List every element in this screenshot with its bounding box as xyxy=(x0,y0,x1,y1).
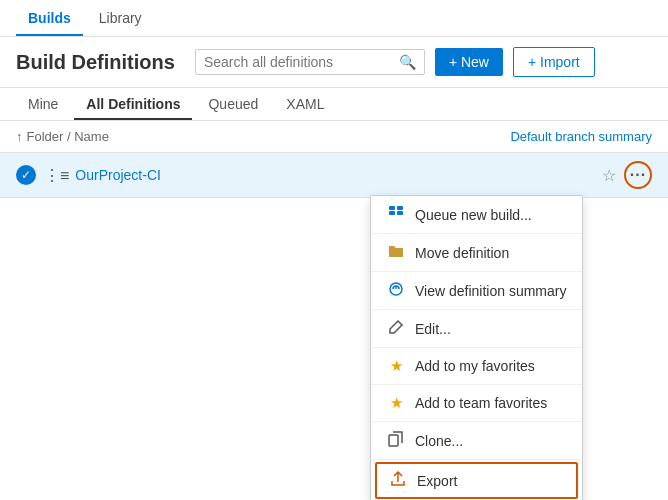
sort-icon: ↑ xyxy=(16,129,23,144)
menu-item-export-label: Export xyxy=(417,473,457,489)
tab-all-definitions[interactable]: All Definitions xyxy=(74,88,192,120)
header-row: Build Definitions 🔍 + New + Import xyxy=(0,37,668,88)
svg-rect-1 xyxy=(397,206,403,210)
context-menu: Queue new build... Move definition View … xyxy=(370,195,583,500)
svg-rect-6 xyxy=(389,435,398,446)
menu-item-edit[interactable]: Edit... xyxy=(371,310,582,348)
top-tabs: Builds Library xyxy=(0,0,668,37)
menu-item-queue-build[interactable]: Queue new build... xyxy=(371,196,582,234)
svg-rect-3 xyxy=(397,211,403,215)
sub-tabs: Mine All Definitions Queued XAML xyxy=(0,88,668,121)
col-folder-name-label: Folder / Name xyxy=(27,129,109,144)
queue-build-icon xyxy=(387,205,405,224)
export-icon xyxy=(389,471,407,490)
menu-item-add-team-favorites[interactable]: ★ Add to team favorites xyxy=(371,385,582,422)
col-branch-summary-label: Default branch summary xyxy=(510,129,652,144)
checkmark-icon: ✓ xyxy=(21,168,31,182)
menu-item-view-summary[interactable]: View definition summary xyxy=(371,272,582,310)
tab-xaml[interactable]: XAML xyxy=(274,88,336,120)
menu-item-clone-label: Clone... xyxy=(415,433,463,449)
page-title: Build Definitions xyxy=(16,51,175,74)
star-my-icon: ★ xyxy=(387,357,405,375)
svg-rect-0 xyxy=(389,206,395,210)
more-options-button[interactable]: ··· xyxy=(624,161,652,189)
menu-item-export[interactable]: Export xyxy=(375,462,578,499)
svg-rect-2 xyxy=(389,211,395,215)
menu-item-edit-label: Edit... xyxy=(415,321,451,337)
menu-item-queue-build-label: Queue new build... xyxy=(415,207,532,223)
new-button[interactable]: + New xyxy=(435,48,503,76)
menu-item-view-summary-label: View definition summary xyxy=(415,283,566,299)
col-sort[interactable]: ↑ Folder / Name xyxy=(16,129,109,144)
view-summary-icon xyxy=(387,281,405,300)
star-team-icon: ★ xyxy=(387,394,405,412)
tab-mine[interactable]: Mine xyxy=(16,88,70,120)
menu-item-add-my-fav-label: Add to my favorites xyxy=(415,358,535,374)
tab-queued[interactable]: Queued xyxy=(196,88,270,120)
clone-icon xyxy=(387,431,405,450)
edit-icon xyxy=(387,319,405,338)
menu-item-move-label: Move definition xyxy=(415,245,509,261)
ellipsis-icon: ··· xyxy=(630,166,646,184)
menu-item-move-definition[interactable]: Move definition xyxy=(371,234,582,272)
list-row: ✓ ⋮≡ OurProject-CI ☆ ··· Queue new build… xyxy=(0,153,668,198)
build-icon: ⋮≡ xyxy=(44,166,69,185)
menu-item-clone[interactable]: Clone... xyxy=(371,422,582,460)
search-input[interactable] xyxy=(204,54,395,70)
import-button[interactable]: + Import xyxy=(513,47,595,77)
tab-builds[interactable]: Builds xyxy=(16,0,83,36)
folder-icon xyxy=(387,243,405,262)
favorite-star-icon[interactable]: ☆ xyxy=(602,166,616,185)
search-box[interactable]: 🔍 xyxy=(195,49,425,75)
menu-item-add-team-fav-label: Add to team favorites xyxy=(415,395,547,411)
col-header: ↑ Folder / Name Default branch summary xyxy=(0,121,668,153)
row-checkbox[interactable]: ✓ xyxy=(16,165,36,185)
menu-item-add-my-favorites[interactable]: ★ Add to my favorites xyxy=(371,348,582,385)
build-definition-name[interactable]: OurProject-CI xyxy=(75,167,602,183)
search-icon: 🔍 xyxy=(399,54,416,70)
tab-library[interactable]: Library xyxy=(87,0,154,36)
